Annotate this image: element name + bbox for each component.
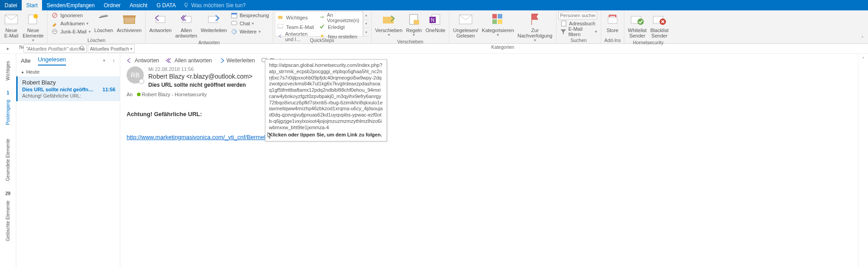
categories-icon (491, 12, 505, 27)
inline-reply[interactable]: Antworten (127, 57, 159, 64)
svg-point-38 (80, 46, 84, 50)
onenote-icon: N (428, 12, 443, 27)
qs-label: Wichtiges (286, 15, 308, 20)
inline-reply-bar: Antworten Allen antworten Weiterleiten C… (127, 57, 852, 64)
inline-reply-all[interactable]: Allen antworten (165, 57, 212, 64)
svg-rect-31 (498, 19, 502, 24)
rules-button[interactable]: Regeln▾ (404, 11, 424, 38)
body-link[interactable]: http://www.marketingmasivonica.com/_vti_… (127, 134, 277, 141)
menu-gdata[interactable]: G DATA (152, 0, 180, 10)
rail-deleted[interactable]: Gelöschte Elemente (5, 196, 10, 246)
msg-from: Robert Blazy (22, 79, 115, 86)
qs-team[interactable]: Team-E-Mail (275, 23, 317, 31)
svg-rect-23 (414, 20, 419, 24)
ignore-button[interactable]: Ignorieren (49, 11, 92, 19)
onenote-button[interactable]: NOneNote (424, 11, 447, 34)
inline-forward-label: Weiterleiten (226, 57, 255, 64)
new-items-button[interactable]: Neue Elemente ▾ (21, 11, 45, 44)
menu-folder[interactable]: Ordner (99, 0, 125, 10)
ribbon-collapse-button[interactable]: ˄ (857, 10, 868, 43)
quicksteps-gallery[interactable]: Wichtiges An Vorgesetzte(n) Team-E-Mail … (275, 11, 363, 37)
quicksteps-scroll[interactable]: ▴▾▾ (363, 11, 369, 37)
svg-point-6 (52, 29, 57, 34)
people-search-input[interactable] (558, 12, 597, 19)
broom-icon (51, 20, 58, 27)
store-label: Store (607, 28, 618, 33)
sort-menu[interactable]: ▾ (103, 58, 105, 63)
menu-sendreceive[interactable]: Senden/Empfangen (42, 0, 99, 10)
chat-button[interactable]: Chat▾ (229, 19, 271, 28)
chat-label: Chat (240, 21, 250, 26)
collapse-right-pane[interactable]: ˄ (858, 54, 868, 267)
new-mail-button[interactable]: Neue E-Mail (2, 11, 21, 39)
reply-label: Antworten (149, 28, 172, 33)
message-item[interactable]: Robert Blazy Dies URL sollte nicht geöff… (16, 76, 120, 101)
svg-rect-16 (231, 13, 237, 14)
message-from: Robert Blazy <r.blazy@outlook.com> (148, 73, 253, 80)
date-group-today[interactable]: ▲Heute (16, 67, 120, 76)
sort-asc[interactable]: ↑ (113, 57, 116, 64)
move-button[interactable]: Verschieben▾ (373, 11, 405, 38)
mail-icon (278, 24, 284, 30)
rail-important[interactable]: Wichtiges (5, 56, 10, 85)
rules-icon (407, 12, 421, 27)
search-current-mailbox[interactable] (24, 44, 87, 53)
tab-unread[interactable]: Ungelesen (38, 56, 66, 66)
archive-icon (122, 12, 137, 27)
qs-done[interactable]: Erledigt (317, 23, 363, 31)
delete-button[interactable]: Löschen (93, 11, 115, 34)
to-name: Robert Blazy - Hornetsecurity (142, 92, 207, 97)
cleanup-label: Aufräumen (60, 21, 85, 26)
junk-button[interactable]: Junk-E-Mail▾ (49, 28, 92, 36)
more-respond-button[interactable]: Weitere▾ (229, 28, 271, 36)
blacklist-icon (652, 12, 667, 27)
categorize-button[interactable]: Kategorisieren▾ (480, 11, 516, 38)
reply-all-icon (179, 12, 193, 27)
whitelist-label: Whitelist Sender (628, 28, 647, 38)
menu-start[interactable]: Start (22, 0, 42, 10)
recipients-row: An Robert Blazy - Hornetsecurity (127, 92, 852, 97)
search-scope-dropdown[interactable]: Aktuelles Postfach ▾ (88, 44, 135, 53)
svg-point-35 (637, 19, 644, 25)
qs-manager[interactable]: An Vorgesetzte(n) (317, 12, 363, 23)
menu-view[interactable]: Ansicht (125, 0, 152, 10)
whitelist-button[interactable]: Whitelist Sender (626, 11, 649, 39)
search-input[interactable] (24, 46, 86, 52)
cleanup-button[interactable]: Aufräumen▾ (49, 19, 92, 28)
reply-all-button[interactable]: Allen antworten (174, 11, 199, 39)
tab-all[interactable]: Alle (21, 57, 31, 64)
rail-sent[interactable]: Gesendete Elemente (5, 134, 10, 186)
folder-rail: Wichtiges 1 Posteingang Gesendete Elemen… (0, 54, 16, 267)
tell-me-search[interactable]: Was möchten Sie tun? (183, 0, 245, 10)
menu-file[interactable]: Datei (0, 0, 22, 10)
blacklist-button[interactable]: Blacklist Sender (648, 11, 670, 39)
qs-important[interactable]: Wichtiges (275, 12, 317, 23)
ribbon-group-respond: Antworten Allen antworten Weiterleiten B… (146, 10, 273, 43)
filter-button[interactable]: E-Mail filtern▾ (558, 28, 599, 36)
tooltip-action: Klicken oder tippen Sie, um dem Link zu … (269, 132, 383, 138)
forward-button[interactable]: Weiterleiten (199, 11, 229, 34)
inline-forward[interactable]: Weiterleiten (218, 57, 255, 64)
store-button[interactable]: Store (603, 11, 622, 34)
rail-toggle[interactable]: ▸ (0, 44, 16, 53)
chat-icon (231, 20, 238, 27)
rail-inbox-count: 1 (7, 90, 9, 95)
group-label-move: Verschieben (373, 38, 447, 45)
rail-inbox[interactable]: Posteingang (5, 95, 10, 130)
reply-button[interactable]: Antworten (147, 11, 174, 34)
svg-point-7 (53, 31, 54, 32)
meeting-button[interactable]: Besprechung (229, 11, 271, 19)
inline-reply-label: Antworten (135, 57, 159, 64)
unread-button[interactable]: Ungelesen/ Gelesen (451, 11, 480, 39)
more-icon (231, 28, 238, 35)
followup-button[interactable]: Zur Nachverfolgung▾ (516, 11, 554, 44)
group-label-quicksteps: QuickSteps (275, 37, 369, 43)
forward-icon (319, 14, 325, 21)
svg-rect-29 (498, 14, 502, 19)
svg-point-0 (184, 3, 188, 6)
inline-replyall-label: Allen antworten (175, 57, 212, 64)
unread-label: Ungelesen/ Gelesen (453, 28, 478, 38)
svg-rect-30 (492, 19, 497, 24)
archive-button[interactable]: Archivieren (115, 11, 143, 34)
ribbon-group-tags: Ungelesen/ Gelesen Kategorisieren▾ Zur N… (449, 10, 557, 43)
